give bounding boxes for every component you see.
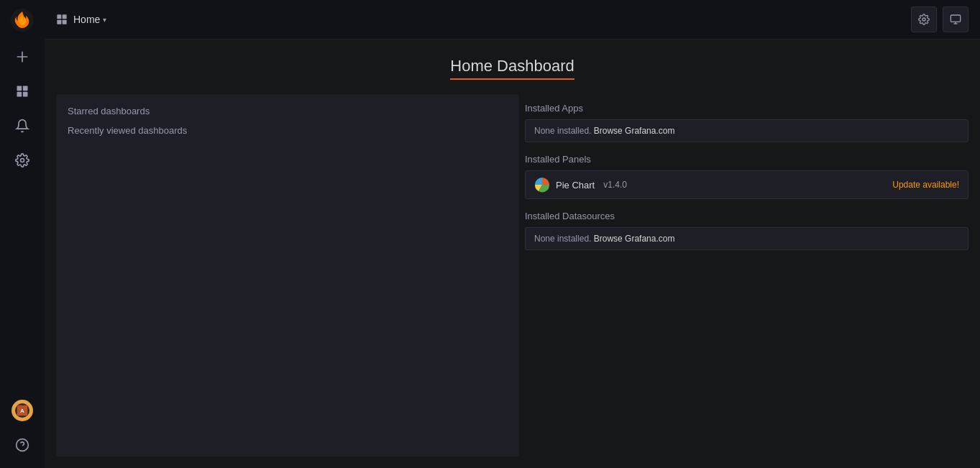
topbar: Home ▾ (45, 0, 980, 40)
installed-apps-title: Installed Apps (525, 94, 968, 119)
ds-browse-link[interactable]: Browse Grafana.com (594, 234, 675, 244)
sidebar-item-help[interactable] (0, 428, 45, 462)
svg-rect-14 (63, 20, 67, 24)
ds-none-text: None installed. (534, 234, 591, 244)
topbar-right (911, 6, 968, 32)
sidebar-item-user[interactable]: A (0, 393, 45, 428)
svg-rect-3 (17, 92, 22, 97)
help-icon (15, 438, 29, 452)
apps-browse-link[interactable]: Browse Grafana.com (594, 126, 675, 136)
svg-rect-2 (23, 86, 28, 91)
svg-text:A: A (20, 408, 24, 414)
update-available-badge[interactable]: Update available! (892, 180, 959, 190)
sidebar-item-create[interactable] (0, 40, 45, 74)
installed-datasources-item: None installed. Browse Grafana.com (525, 227, 968, 250)
topbar-title[interactable]: Home ▾ (73, 14, 106, 25)
installed-apps-item: None installed. Browse Grafana.com (525, 119, 968, 142)
left-panel: Starred dashboards Recently viewed dashb… (56, 94, 519, 456)
pie-chart-panel-row: Pie Chart v1.4.0 Update available! (525, 170, 968, 199)
panel-row-left: Pie Chart v1.4.0 (534, 177, 627, 193)
apps-none-text: None installed. (534, 126, 591, 136)
svg-rect-13 (57, 20, 61, 24)
svg-rect-4 (23, 92, 28, 97)
page-title: Home Dashboard (450, 57, 574, 80)
user-avatar: A (12, 400, 33, 421)
sidebar-bottom: A (0, 393, 45, 468)
main-area: Home ▾ Home Dashboard (45, 0, 980, 468)
topbar-home-label: Home (73, 14, 100, 25)
sidebar-item-dashboards[interactable] (0, 74, 45, 109)
bell-icon (15, 119, 29, 133)
sidebar-item-configuration[interactable] (0, 143, 45, 178)
sidebar-item-alerting[interactable] (0, 109, 45, 143)
content: Home Dashboard Starred dashboards Recent… (45, 40, 980, 468)
right-panel: Installed Apps None installed. Browse Gr… (525, 94, 968, 456)
installed-panels-title: Installed Panels (525, 145, 968, 170)
pie-chart-name: Pie Chart (556, 180, 595, 191)
pie-chart-version: v1.4.0 (603, 180, 627, 190)
svg-rect-12 (63, 14, 67, 19)
installed-datasources-title: Installed Datasources (525, 202, 968, 227)
settings-button[interactable] (911, 6, 937, 32)
topbar-left: Home ▾ (56, 14, 106, 25)
pie-chart-icon (534, 177, 550, 193)
starred-dashboards-link[interactable]: Starred dashboards (68, 106, 508, 116)
plus-icon (15, 50, 29, 64)
gear-icon (15, 153, 29, 168)
dashboard-content: Starred dashboards Recently viewed dashb… (45, 94, 980, 468)
svg-point-15 (922, 18, 925, 21)
sidebar: A (0, 0, 45, 468)
grid-icon (15, 84, 29, 98)
tv-mode-button[interactable] (943, 6, 968, 32)
topbar-chevron: ▾ (103, 16, 106, 24)
grafana-logo[interactable] (0, 0, 45, 40)
svg-rect-11 (57, 14, 61, 19)
sidebar-nav (0, 40, 45, 393)
svg-rect-16 (951, 15, 960, 22)
settings-icon (918, 14, 930, 25)
svg-point-5 (21, 159, 24, 162)
monitor-icon (950, 14, 961, 25)
page-header: Home Dashboard (45, 40, 980, 94)
svg-rect-1 (17, 86, 22, 91)
recently-viewed-link[interactable]: Recently viewed dashboards (68, 125, 508, 136)
topbar-home-icon (56, 14, 68, 25)
